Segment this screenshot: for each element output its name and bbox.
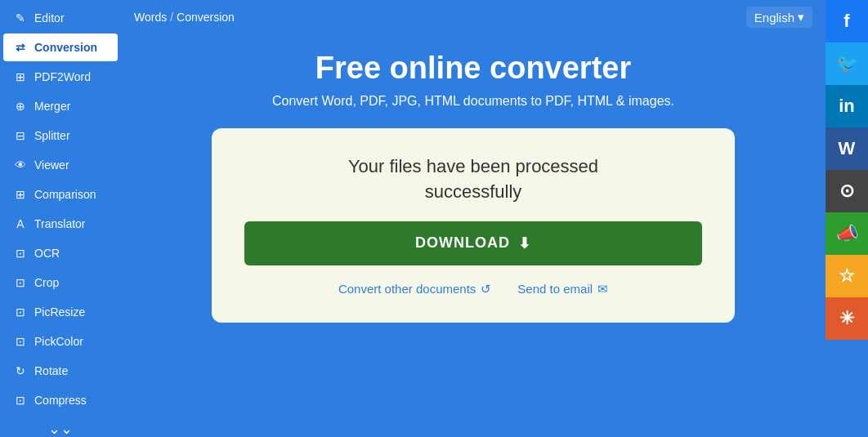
- language-label: English: [754, 11, 794, 25]
- result-card: Your files have been processed successfu…: [212, 128, 735, 323]
- conversion-icon: ⇄: [13, 40, 28, 55]
- convert-other-link[interactable]: Convert other documents ↺: [338, 282, 491, 297]
- send-email-icon: ✉: [597, 282, 608, 297]
- social-word-button[interactable]: W: [825, 127, 868, 170]
- sidebar-label-editor: Editor: [34, 11, 65, 25]
- compress-icon: ⊡: [13, 393, 28, 408]
- main-content: Words / Conversion English ▾ Free online…: [121, 0, 825, 437]
- breadcrumb-words[interactable]: Words: [134, 11, 167, 24]
- breadcrumb-current: Conversion: [177, 11, 235, 24]
- page-title: Free online converter: [315, 51, 631, 86]
- sidebar-label-viewer: Viewer: [34, 158, 69, 172]
- sidebar-label-pdf2word: PDF2Word: [34, 70, 91, 83]
- sidebar-item-ocr[interactable]: ⊡ OCR: [3, 239, 118, 267]
- breadcrumb: Words / Conversion: [134, 11, 235, 24]
- social-github-button[interactable]: ⊙: [825, 170, 868, 212]
- sidebar-item-comparison[interactable]: ⊞ Comparison: [3, 181, 118, 208]
- sidebar-label-crop: Crop: [34, 276, 59, 289]
- rotate-icon: ↻: [13, 363, 28, 378]
- sidebar-label-splitter: Splitter: [34, 129, 70, 142]
- merger-icon: ⊕: [13, 99, 28, 114]
- header: Words / Conversion English ▾: [121, 0, 825, 34]
- sidebar-item-rotate[interactable]: ↻ Rotate: [3, 357, 118, 385]
- sidebar-item-editor[interactable]: ✎ Editor: [3, 4, 118, 32]
- language-selector[interactable]: English ▾: [746, 7, 812, 28]
- translator-icon: A: [13, 216, 28, 231]
- sidebar-label-picresize: PicResize: [34, 305, 85, 319]
- viewer-icon: 👁: [13, 158, 28, 172]
- ocr-icon: ⊡: [13, 246, 28, 261]
- success-line2: successfully: [425, 181, 522, 202]
- social-asterisk-button[interactable]: ✳: [825, 297, 868, 340]
- sidebar-item-merger[interactable]: ⊕ Merger: [3, 92, 118, 120]
- sidebar-item-translator[interactable]: A Translator: [3, 210, 118, 238]
- social-linkedin-button[interactable]: in: [825, 85, 868, 127]
- social-twitter-button[interactable]: 🐦: [825, 42, 868, 85]
- sidebar-label-compress: Compress: [34, 394, 87, 407]
- page-content: Free online converter Convert Word, PDF,…: [121, 34, 825, 437]
- convert-other-label: Convert other documents: [338, 282, 476, 296]
- editor-icon: ✎: [13, 11, 28, 25]
- convert-other-icon: ↺: [481, 282, 491, 297]
- sidebar-item-conversion[interactable]: ⇄ Conversion: [3, 33, 118, 61]
- success-message: Your files have been processed successfu…: [348, 154, 598, 205]
- sidebar-label-pickcolor: PickColor: [34, 335, 83, 348]
- sidebar-label-conversion: Conversion: [34, 41, 97, 54]
- comparison-icon: ⊞: [13, 187, 28, 202]
- sidebar-label-comparison: Comparison: [34, 188, 96, 201]
- download-label: DOWNLOAD: [415, 234, 510, 252]
- sidebar-item-pickcolor[interactable]: ⊡ PickColor: [3, 328, 118, 355]
- social-facebook-button[interactable]: f: [825, 0, 868, 42]
- sidebar-label-merger: Merger: [34, 100, 70, 113]
- sidebar: ✎ Editor ⇄ Conversion ⊞ PDF2Word ⊕ Merge…: [0, 0, 121, 437]
- social-star-button[interactable]: ☆: [825, 255, 868, 297]
- actions-row: Convert other documents ↺ Send to email …: [338, 282, 608, 297]
- sidebar-more-button[interactable]: ⌄⌄: [0, 415, 121, 437]
- sidebar-label-rotate: Rotate: [34, 364, 68, 377]
- language-arrow-icon: ▾: [798, 10, 804, 25]
- pdf2word-icon: ⊞: [13, 69, 28, 84]
- send-email-label: Send to email: [517, 282, 593, 296]
- sidebar-item-crop[interactable]: ⊡ Crop: [3, 269, 118, 297]
- breadcrumb-separator: /: [170, 11, 173, 24]
- pickcolor-icon: ⊡: [13, 334, 28, 349]
- sidebar-item-picresize[interactable]: ⊡ PicResize: [3, 298, 118, 326]
- sidebar-label-ocr: OCR: [34, 247, 60, 260]
- crop-icon: ⊡: [13, 275, 28, 290]
- sidebar-item-compress[interactable]: ⊡ Compress: [3, 386, 118, 414]
- send-email-link[interactable]: Send to email ✉: [517, 282, 608, 297]
- sidebar-item-viewer[interactable]: 👁 Viewer: [3, 151, 118, 179]
- sidebar-item-pdf2word[interactable]: ⊞ PDF2Word: [3, 63, 118, 91]
- page-subtitle: Convert Word, PDF, JPG, HTML documents t…: [272, 94, 674, 109]
- social-announce-button[interactable]: 📣: [825, 212, 868, 255]
- splitter-icon: ⊟: [13, 128, 28, 143]
- download-icon: ⬇: [518, 234, 531, 252]
- picresize-icon: ⊡: [13, 305, 28, 319]
- success-line1: Your files have been processed: [348, 156, 598, 176]
- social-bar: f🐦inW⊙📣☆✳: [825, 0, 868, 437]
- sidebar-item-splitter[interactable]: ⊟ Splitter: [3, 122, 118, 149]
- sidebar-label-translator: Translator: [34, 217, 86, 230]
- download-button[interactable]: DOWNLOAD ⬇: [244, 221, 702, 265]
